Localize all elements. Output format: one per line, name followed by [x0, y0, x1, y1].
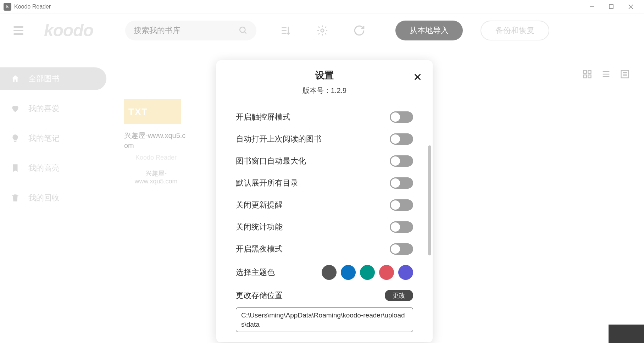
setting-label: 默认展开所有目录 — [236, 178, 298, 188]
toggle-touchscreen[interactable] — [390, 111, 413, 123]
setting-label: 开启黑夜模式 — [236, 244, 283, 254]
theme-color-dot-4[interactable] — [398, 265, 413, 280]
setting-label: 关闭统计功能 — [236, 222, 283, 232]
setting-label: 选择主题色 — [236, 267, 275, 278]
setting-maximize: 图书窗口自动最大化 — [236, 150, 413, 172]
theme-color-dot-3[interactable] — [379, 265, 394, 280]
setting-label: 开启触控屏模式 — [236, 112, 290, 122]
toggle-disable-stats[interactable] — [390, 221, 413, 233]
setting-dark-mode: 开启黑夜模式 — [236, 238, 413, 260]
setting-label: 更改存储位置 — [236, 290, 283, 301]
settings-modal: ✕ 设置 版本号：1.2.9 开启触控屏模式 自动打开上次阅读的图书 图书窗口自… — [216, 60, 433, 342]
settings-list: 开启触控屏模式 自动打开上次阅读的图书 图书窗口自动最大化 默认展开所有目录 关… — [216, 106, 433, 342]
setting-font: 系统字体 Arial — [236, 338, 413, 342]
setting-label: 自动打开上次阅读的图书 — [236, 134, 322, 144]
close-icon[interactable]: ✕ — [413, 71, 422, 83]
setting-disable-update: 关闭更新提醒 — [236, 194, 413, 216]
corner-tab — [609, 325, 644, 343]
modal-version: 版本号：1.2.9 — [216, 86, 433, 95]
setting-expand-toc: 默认展开所有目录 — [236, 172, 413, 194]
storage-path: C:\Users\ming\AppData\Roaming\koodo-read… — [236, 308, 413, 332]
toggle-dark-mode[interactable] — [390, 243, 413, 255]
setting-disable-stats: 关闭统计功能 — [236, 216, 413, 238]
setting-auto-open: 自动打开上次阅读的图书 — [236, 128, 413, 150]
setting-storage: 更改存储位置 更改 — [236, 285, 413, 306]
theme-color-dot-1[interactable] — [341, 265, 356, 280]
setting-touchscreen: 开启触控屏模式 — [236, 106, 413, 128]
setting-theme-color: 选择主题色 — [236, 260, 413, 285]
setting-label: 图书窗口自动最大化 — [236, 156, 306, 166]
toggle-maximize[interactable] — [390, 155, 413, 167]
theme-dots — [322, 265, 413, 280]
theme-color-dot-2[interactable] — [360, 265, 375, 280]
setting-label: 关闭更新提醒 — [236, 200, 283, 210]
modal-title: 设置 — [216, 69, 433, 82]
modal-scrollbar[interactable] — [428, 145, 431, 255]
toggle-disable-update[interactable] — [390, 199, 413, 211]
toggle-expand-toc[interactable] — [390, 177, 413, 189]
change-storage-button[interactable]: 更改 — [385, 290, 413, 301]
toggle-auto-open[interactable] — [390, 133, 413, 145]
theme-color-dot-0[interactable] — [322, 265, 337, 280]
